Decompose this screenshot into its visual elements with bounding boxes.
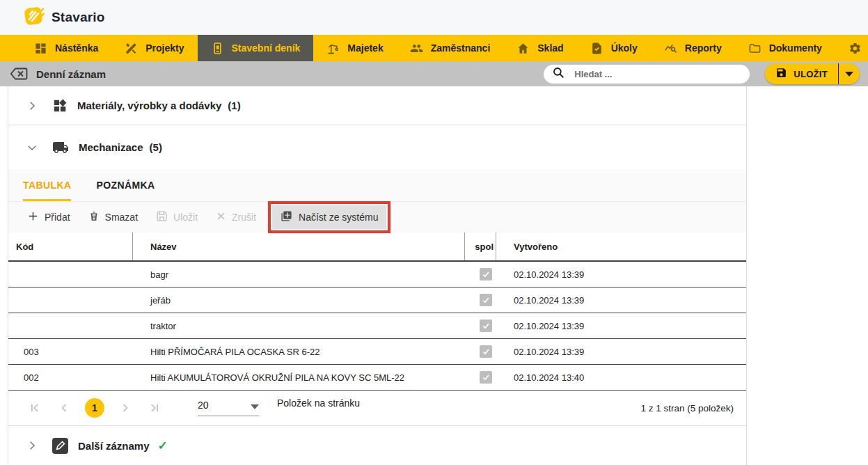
section-other-records[interactable]: Další záznamy ✓ — [8, 426, 746, 465]
nav-item-ukoly[interactable]: Úkoly — [577, 35, 651, 61]
column-header-code[interactable]: Kód — [8, 232, 133, 260]
chevron-down-icon — [845, 72, 853, 77]
column-header-shared[interactable]: spol — [465, 232, 496, 260]
save-split-button: ULOŽIT — [765, 63, 860, 84]
crane-icon — [326, 42, 340, 55]
cell-created: 02.10.2024 13:39 — [496, 347, 746, 357]
table-row[interactable]: 003 Hilti PŘÍMOČARÁ PILA OCASKA SR 6-22 … — [8, 339, 746, 365]
brand-name: Stavario — [52, 10, 105, 25]
section-title: Materiály, výrobky a dodávky — [77, 100, 221, 111]
current-page-button[interactable]: 1 — [85, 398, 104, 418]
nav-label: Zaměstnanci — [431, 42, 491, 54]
nav-label: Reporty — [685, 42, 722, 54]
column-header-created[interactable]: Vytvořeno — [496, 232, 746, 260]
nav-item-dokumenty[interactable]: Dokumenty — [735, 35, 835, 61]
section-materials[interactable]: Materiály, výrobky a dodávky (1) — [8, 86, 746, 125]
folder-icon — [748, 42, 762, 55]
home-icon — [516, 42, 530, 55]
nav-item-reporty[interactable]: Reporty — [651, 35, 735, 61]
nav-item-nastenka[interactable]: Nástěnka — [21, 35, 111, 61]
nav-item-sklad[interactable]: Sklad — [503, 35, 576, 61]
search-box[interactable] — [544, 65, 750, 84]
column-header-name[interactable]: Název — [133, 232, 465, 260]
trash-icon — [88, 210, 100, 224]
mechanization-tabs: TABULKA POZNÁMKA — [8, 169, 746, 202]
main-nav: Nástěnka Projekty Stavební deník Majetek… — [0, 35, 868, 61]
nav-item-stavebni-denik[interactable]: Stavební deník — [198, 35, 314, 61]
shared-checkbox[interactable] — [480, 320, 492, 332]
section-title: Další záznamy — [78, 440, 150, 452]
report-icon — [664, 42, 677, 55]
per-page-label: Položek na stránku — [277, 397, 360, 409]
x-icon — [216, 211, 226, 223]
first-page-icon[interactable] — [26, 401, 43, 415]
nav-label: Úkoly — [611, 42, 638, 54]
shared-checkbox[interactable] — [480, 371, 492, 384]
add-row-button[interactable]: Přidat — [18, 210, 79, 224]
stavario-logo-icon — [24, 6, 45, 29]
brand-logo[interactable]: Stavario — [24, 6, 105, 29]
next-page-icon[interactable] — [117, 401, 134, 415]
back-icon[interactable] — [10, 67, 28, 81]
chevron-right-icon — [25, 100, 39, 112]
table-row[interactable]: traktor 02.10.2024 13:39 — [8, 313, 746, 339]
nav-item-projekty[interactable]: Projekty — [111, 35, 197, 61]
plus-icon — [27, 210, 39, 224]
cell-code: 002 — [8, 372, 133, 383]
shared-checkbox[interactable] — [480, 294, 492, 306]
cell-created: 02.10.2024 13:39 — [496, 269, 746, 280]
page-title: Denní záznam — [36, 68, 106, 80]
section-mechanization[interactable]: Mechanizace (5) — [8, 125, 746, 169]
cancel-row-button[interactable]: Zrušit — [207, 211, 265, 223]
tab-poznamka[interactable]: POZNÁMKA — [96, 169, 155, 201]
task-icon — [590, 42, 603, 55]
shared-checkbox[interactable] — [480, 345, 492, 358]
nav-item-majetek[interactable]: Majetek — [313, 35, 396, 61]
cell-created: 02.10.2024 13:39 — [496, 295, 746, 306]
section-count: (1) — [228, 100, 240, 111]
tools-icon — [125, 42, 138, 55]
library-add-icon — [281, 210, 292, 224]
section-title: Mechanizace — [79, 141, 143, 153]
last-page-icon[interactable] — [146, 401, 163, 415]
cancel-row-label: Zrušit — [232, 212, 256, 223]
table-row[interactable]: bagr 02.10.2024 13:39 — [8, 262, 746, 287]
section-count: (5) — [150, 141, 162, 153]
shared-checkbox[interactable] — [480, 268, 492, 281]
tab-tabulka[interactable]: TABULKA — [23, 169, 71, 201]
chevron-right-icon — [25, 439, 39, 452]
previous-page-icon[interactable] — [56, 401, 72, 415]
save-dropdown-button[interactable] — [839, 63, 860, 84]
table-row[interactable]: 002 Hilti AKUMULÁTOROVÁ OKRUŽNÍ PILA NA … — [8, 365, 746, 391]
truck-icon — [52, 139, 69, 156]
page-size-value: 20 — [198, 400, 209, 411]
floppy-icon — [775, 67, 787, 81]
nav-label: Majetek — [347, 42, 383, 54]
page-size-select[interactable]: 20 — [198, 400, 259, 416]
add-row-label: Přidat — [45, 212, 70, 223]
load-from-system-label: Načíst ze systému — [299, 212, 378, 223]
cell-code: 003 — [8, 347, 133, 357]
chevron-down-icon — [251, 404, 259, 409]
dashboard-icon — [34, 42, 47, 55]
delete-row-button[interactable]: Smazat — [79, 210, 147, 224]
load-from-system-button[interactable]: Načíst ze systému — [272, 205, 386, 229]
daily-record-panel: Materiály, výrobky a dodávky (1) Mechani… — [8, 86, 747, 465]
nav-item-zamestnanci[interactable]: Zaměstnanci — [397, 35, 504, 61]
search-input[interactable] — [574, 69, 741, 79]
nav-label: Projekty — [145, 42, 184, 54]
save-row-button[interactable]: Uložit — [147, 210, 207, 224]
floppy-icon — [156, 210, 168, 224]
nav-label: Stavební deník — [232, 42, 301, 54]
nav-label: Sklad — [537, 42, 563, 54]
cell-name: Hilti PŘÍMOČARÁ PILA OCASKA SR 6-22 — [133, 347, 465, 357]
pagination-bar: 1 20 Položek na stránku 1 z 1 stran (5 p… — [8, 391, 746, 426]
save-button[interactable]: ULOŽIT — [765, 63, 838, 84]
chevron-down-icon — [25, 141, 39, 154]
pagination-summary: 1 z 1 stran (5 položek) — [640, 403, 746, 413]
nav-item-nastaveni[interactable]: Nastavení — [835, 35, 868, 61]
cell-name: Hilti AKUMULÁTOROVÁ OKRUŽNÍ PILA NA KOVY… — [133, 372, 465, 383]
nav-label: Dokumenty — [769, 42, 822, 54]
cell-name: jeřáb — [133, 295, 465, 306]
table-row[interactable]: jeřáb 02.10.2024 13:39 — [8, 287, 746, 313]
